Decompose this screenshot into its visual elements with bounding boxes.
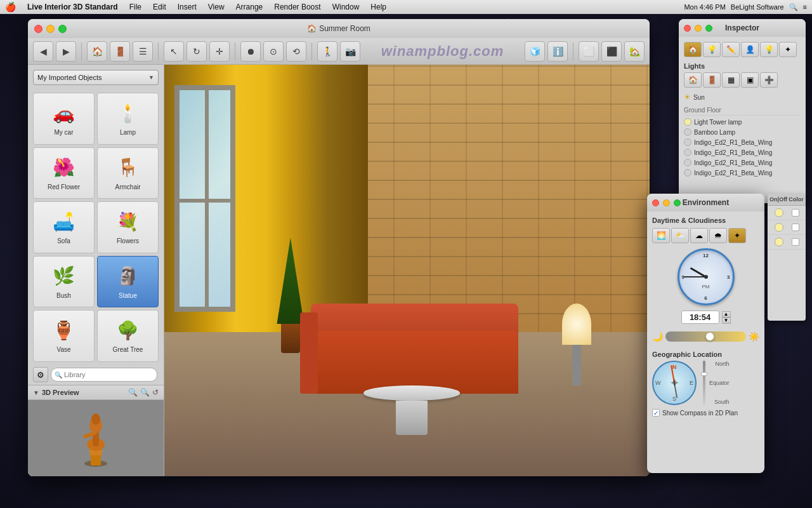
time-up-button[interactable]: ▲ bbox=[722, 311, 731, 318]
maximize-button[interactable] bbox=[58, 25, 67, 33]
table-base bbox=[396, 401, 428, 435]
floor-plan-button[interactable]: 🏠 bbox=[87, 41, 107, 62]
inspector-tool-edit[interactable]: ✏️ bbox=[722, 42, 740, 57]
env-maximize[interactable] bbox=[674, 199, 681, 206]
inspector-tool-light2[interactable]: 💡 bbox=[760, 42, 778, 57]
compass-widget[interactable]: N S E W ✦ bbox=[652, 361, 697, 405]
orbit-button[interactable]: ⊙ bbox=[263, 41, 284, 62]
onoff-check-3[interactable] bbox=[792, 238, 799, 246]
light-tower-lamp[interactable]: Light Tower lamp bbox=[684, 117, 801, 127]
objects-dropdown[interactable]: My Imported Objects ▼ bbox=[33, 70, 159, 85]
light-indigo-4[interactable]: Indigo_Ed2_R1_Beta_Wing bbox=[684, 168, 801, 178]
object-item-bush[interactable]: 🌿 Bush bbox=[33, 256, 95, 308]
library-search-input[interactable] bbox=[51, 368, 157, 382]
camera-button[interactable]: 📷 bbox=[340, 41, 360, 62]
menubar-list-icon[interactable]: ≡ bbox=[803, 3, 807, 11]
3d-view[interactable] bbox=[164, 65, 650, 476]
forward-button[interactable]: ▶ bbox=[56, 41, 76, 62]
preview-toggle-icon[interactable]: ▼ bbox=[33, 389, 39, 396]
inspector-tool-person[interactable]: 👤 bbox=[741, 42, 759, 57]
lights-tool-1[interactable]: 🏠 bbox=[684, 72, 702, 88]
sofa-icon: 🛋️ bbox=[45, 206, 83, 237]
inspector-minimize[interactable] bbox=[695, 25, 702, 32]
inspector-close[interactable] bbox=[684, 25, 691, 32]
search-menubar-icon[interactable]: 🔍 bbox=[789, 3, 798, 11]
lights-tool-4[interactable]: ▣ bbox=[741, 72, 759, 88]
lights-tool-add[interactable]: ➕ bbox=[760, 72, 778, 88]
object-item-armchair[interactable]: 🪑 Armchair bbox=[97, 147, 159, 199]
list-button[interactable]: ☰ bbox=[133, 41, 153, 62]
reset-view-icon[interactable]: ↺ bbox=[152, 388, 159, 397]
back-button[interactable]: ◀ bbox=[33, 41, 53, 62]
walk-button[interactable]: ⟲ bbox=[286, 41, 306, 62]
menu-edit[interactable]: Edit bbox=[148, 0, 171, 14]
env-minimize[interactable] bbox=[663, 199, 670, 206]
time-down-button[interactable]: ▼ bbox=[722, 318, 731, 324]
object-item-greattree[interactable]: 🌳 Great Tree bbox=[97, 310, 159, 362]
latitude-slider-track[interactable] bbox=[703, 361, 705, 405]
person-button[interactable]: 🚶 bbox=[317, 41, 337, 62]
inspector-tool-bulb[interactable]: 💡 bbox=[703, 42, 721, 57]
view3d-button[interactable]: ⬛ bbox=[601, 41, 622, 62]
light-indigo-3[interactable]: Indigo_Ed2_R1_Beta_Wing bbox=[684, 157, 801, 168]
menu-window[interactable]: Window bbox=[327, 0, 365, 14]
close-button[interactable] bbox=[34, 25, 43, 33]
light-bamboo-lamp[interactable]: Bamboo Lamp bbox=[684, 127, 801, 137]
lights-tool-3[interactable]: ▦ bbox=[722, 72, 740, 88]
inspector-tool-star[interactable]: ✦ bbox=[779, 42, 797, 57]
light-5-label: Indigo_Ed2_R1_Beta_Wing bbox=[694, 159, 772, 166]
latitude-scale: North Equator South bbox=[709, 361, 730, 405]
record-button[interactable]: ⏺ bbox=[240, 41, 261, 62]
menu-view[interactable]: View bbox=[203, 0, 230, 14]
menu-renderbost[interactable]: Render Boost bbox=[269, 0, 325, 14]
minimize-button[interactable] bbox=[46, 25, 55, 33]
menu-file[interactable]: File bbox=[124, 0, 147, 14]
onoff-check-2[interactable] bbox=[792, 224, 799, 231]
object-item-redflower[interactable]: 🌺 Red Flower bbox=[33, 147, 95, 199]
daytime-tool-2[interactable]: ⛅ bbox=[671, 228, 689, 243]
show-compass-checkbox[interactable]: ✓ bbox=[652, 409, 660, 417]
daytime-tool-4[interactable]: 🌧 bbox=[709, 228, 727, 243]
object-item-mycar[interactable]: 🚗 My car bbox=[33, 93, 95, 145]
zoom-out-icon[interactable]: 🔍 bbox=[140, 388, 150, 397]
cube-button[interactable]: 🧊 bbox=[525, 41, 545, 62]
inspector-tool-house[interactable]: 🏠 bbox=[684, 42, 702, 57]
onoff-check-1[interactable] bbox=[792, 209, 799, 217]
gear-button[interactable]: ⚙ bbox=[33, 367, 48, 382]
daytime-tool-3[interactable]: ☁ bbox=[690, 228, 708, 243]
rotate-button[interactable]: ↻ bbox=[187, 41, 207, 62]
brightness-slider[interactable] bbox=[665, 331, 746, 342]
clock-center bbox=[704, 275, 708, 279]
apple-menu-icon[interactable]: 🍎 bbox=[5, 2, 16, 12]
light-bulb-icon-2 bbox=[684, 128, 691, 136]
light-indigo-1[interactable]: Indigo_Ed2_R1_Beta_Wing bbox=[684, 137, 801, 147]
app-name[interactable]: Live Interior 3D Standard bbox=[22, 0, 123, 14]
light-bulb-icon-4 bbox=[684, 149, 691, 156]
menu-help[interactable]: Help bbox=[365, 0, 391, 14]
object-item-sofa[interactable]: 🛋️ Sofa bbox=[33, 201, 95, 253]
home-button[interactable]: 🏡 bbox=[624, 41, 645, 62]
time-input-row: 18:54 ▲ ▼ bbox=[652, 311, 759, 324]
move-button[interactable]: ✛ bbox=[209, 41, 230, 62]
info-button[interactable]: ℹ️ bbox=[547, 41, 568, 62]
object-item-vase[interactable]: 🏺 Vase bbox=[33, 310, 95, 362]
zoom-in-icon[interactable]: 🔍 bbox=[128, 388, 138, 397]
env-titlebar: Environment bbox=[647, 194, 764, 211]
rooms-button[interactable]: 🚪 bbox=[110, 41, 130, 62]
menu-arrange[interactable]: Arrange bbox=[231, 0, 268, 14]
lights-tool-2[interactable]: 🚪 bbox=[703, 72, 721, 88]
select-button[interactable]: ↖ bbox=[164, 41, 184, 62]
view2d-button[interactable]: ⬜ bbox=[579, 41, 599, 62]
vase-label: Vase bbox=[56, 346, 70, 353]
menu-insert[interactable]: Insert bbox=[173, 0, 202, 14]
object-item-lamp[interactable]: 🕯️ Lamp bbox=[97, 93, 159, 145]
object-item-statue[interactable]: 🗿 Statue bbox=[97, 256, 159, 308]
daytime-tool-1[interactable]: 🌅 bbox=[652, 228, 670, 243]
inspector-maximize[interactable] bbox=[705, 25, 712, 32]
toolbar-divider-5 bbox=[573, 43, 573, 60]
daytime-tool-5[interactable]: ✦ bbox=[728, 228, 746, 243]
time-field[interactable]: 18:54 bbox=[681, 311, 719, 324]
object-item-flowers[interactable]: 💐 Flowers bbox=[97, 201, 159, 253]
light-indigo-2[interactable]: Indigo_Ed2_R1_Beta_Wing bbox=[684, 147, 801, 157]
env-close[interactable] bbox=[652, 199, 659, 206]
